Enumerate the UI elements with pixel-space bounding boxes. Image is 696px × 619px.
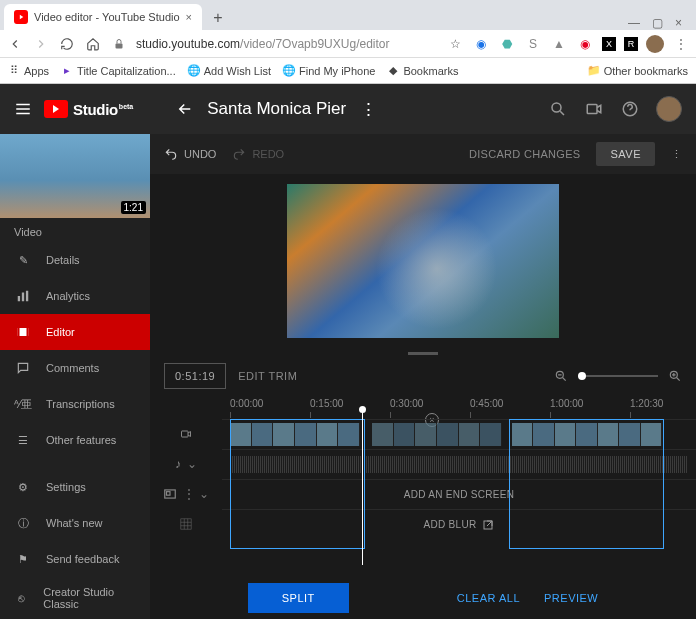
- playhead[interactable]: [362, 409, 363, 565]
- ruler-tick: 1:20:30: [630, 398, 663, 409]
- back-arrow-button[interactable]: [175, 99, 195, 119]
- new-tab-button[interactable]: +: [206, 6, 230, 30]
- split-button[interactable]: SPLIT: [248, 583, 349, 613]
- title-menu-button[interactable]: ⋮: [358, 99, 378, 119]
- film-icon: [14, 323, 32, 341]
- ext-icon[interactable]: ▲: [550, 35, 568, 53]
- close-tab-icon[interactable]: ×: [186, 11, 192, 23]
- redo-button[interactable]: REDO: [232, 147, 284, 161]
- svg-rect-7: [26, 291, 28, 302]
- help-button[interactable]: [620, 99, 640, 119]
- sidebar-item-editor[interactable]: Editor: [0, 314, 150, 350]
- bookmark-item[interactable]: 🌐Find My iPhone: [283, 65, 375, 77]
- video-preview[interactable]: [150, 174, 696, 348]
- sidebar-footer: ⚙Settings ⓘWhat's new ⚑Send feedback ⎋Cr…: [0, 469, 150, 619]
- preview-frame: [287, 184, 559, 338]
- video-track[interactable]: [222, 419, 696, 449]
- search-button[interactable]: [548, 99, 568, 119]
- bookmark-item[interactable]: ◆Bookmarks: [387, 65, 458, 77]
- blur-track[interactable]: ADD BLUR: [222, 509, 696, 539]
- undo-button[interactable]: UNDO: [164, 147, 216, 161]
- apps-button[interactable]: ⠿Apps: [8, 65, 49, 77]
- profile-avatar[interactable]: [646, 35, 664, 53]
- page-title-group: Santa Monica Pier ⋮: [175, 99, 378, 119]
- back-button[interactable]: [6, 35, 24, 53]
- video-clip[interactable]: [512, 423, 662, 446]
- create-button[interactable]: [584, 99, 604, 119]
- discard-button[interactable]: DISCARD CHANGES: [469, 148, 580, 160]
- toolbar-menu-button[interactable]: ⋮: [671, 148, 682, 161]
- menu-button[interactable]: [14, 100, 32, 118]
- sidebar-item-settings[interactable]: ⚙Settings: [0, 469, 150, 505]
- ruler-tick: 0:30:00: [390, 398, 423, 409]
- svg-rect-13: [182, 431, 189, 437]
- preview-button[interactable]: PREVIEW: [544, 592, 598, 604]
- clear-all-button[interactable]: CLEAR ALL: [457, 592, 520, 604]
- ruler-tick: 1:00:00: [550, 398, 583, 409]
- app-body: 1:21 Video ✎Details Analytics Editor Com…: [0, 134, 696, 619]
- tracks-area[interactable]: 0:00:00 0:15:00 0:30:00 0:45:00 1:00:00 …: [222, 393, 696, 577]
- ext-icon[interactable]: ⬣: [498, 35, 516, 53]
- endscreen-track[interactable]: ADD AN END SCREEN: [222, 479, 696, 509]
- feedback-icon: ⚑: [14, 550, 32, 568]
- ext-icon[interactable]: R: [624, 37, 638, 51]
- analytics-icon: [14, 287, 32, 305]
- video-clip[interactable]: [230, 423, 360, 446]
- add-blur-button[interactable]: ADD BLUR: [222, 510, 696, 539]
- svg-rect-5: [18, 296, 20, 301]
- zoom-in-button[interactable]: [668, 369, 682, 383]
- time-ruler[interactable]: 0:00:00 0:15:00 0:30:00 0:45:00 1:00:00 …: [222, 393, 696, 419]
- ext-icon[interactable]: S: [524, 35, 542, 53]
- reload-button[interactable]: [58, 35, 76, 53]
- resize-handle[interactable]: [408, 352, 438, 355]
- browser-tab[interactable]: Video editor - YouTube Studio ×: [4, 4, 202, 30]
- other-bookmarks[interactable]: 📁Other bookmarks: [588, 65, 688, 77]
- minimize-button[interactable]: —: [628, 16, 640, 30]
- video-clip[interactable]: [372, 423, 502, 446]
- ruler-tick: 0:00:00: [230, 398, 263, 409]
- bookmark-item[interactable]: ▸Title Capitalization...: [61, 65, 176, 77]
- comment-icon: [14, 359, 32, 377]
- ext-icon[interactable]: ◉: [472, 35, 490, 53]
- star-button[interactable]: ☆: [446, 35, 464, 53]
- audio-track[interactable]: [222, 449, 696, 479]
- audio-track-label[interactable]: ♪⌄: [150, 449, 222, 479]
- maximize-button[interactable]: ▢: [652, 16, 663, 30]
- add-end-screen-button[interactable]: ADD AN END SCREEN: [222, 480, 696, 509]
- gear-icon: ⚙: [14, 478, 32, 496]
- close-window-button[interactable]: ×: [675, 16, 682, 30]
- zoom-slider[interactable]: [578, 375, 658, 377]
- sidebar-nav: ✎Details Analytics Editor Comments ᴬ⁄亜Tr…: [0, 242, 150, 458]
- sidebar-item-transcriptions[interactable]: ᴬ⁄亜Transcriptions: [0, 386, 150, 422]
- ext-icon[interactable]: ◉: [576, 35, 594, 53]
- sidebar-item-comments[interactable]: Comments: [0, 350, 150, 386]
- video-thumbnail[interactable]: 1:21: [0, 134, 150, 218]
- chevron-down-icon: ⌄: [199, 487, 209, 501]
- save-button[interactable]: SAVE: [596, 142, 655, 166]
- sidebar-item-analytics[interactable]: Analytics: [0, 278, 150, 314]
- sidebar-item-feedback[interactable]: ⚑Send feedback: [0, 541, 150, 577]
- endscreen-icon: [163, 487, 177, 501]
- timecode-display[interactable]: 0:51:19: [164, 363, 226, 389]
- account-avatar[interactable]: [656, 96, 682, 122]
- sidebar-item-other[interactable]: ☰Other features: [0, 422, 150, 458]
- url-text[interactable]: studio.youtube.com/video/7Ovapb9UXUg/edi…: [136, 37, 438, 51]
- endscreen-track-label[interactable]: ⋮⌄: [150, 479, 222, 509]
- edit-trim-button[interactable]: EDIT TRIM: [238, 370, 297, 382]
- sidebar-item-details[interactable]: ✎Details: [0, 242, 150, 278]
- pencil-icon: ✎: [14, 251, 32, 269]
- svg-rect-10: [27, 328, 29, 336]
- zoom-out-button[interactable]: [554, 369, 568, 383]
- sidebar-item-whatsnew[interactable]: ⓘWhat's new: [0, 505, 150, 541]
- bookmark-item[interactable]: 🌐Add Wish List: [188, 65, 271, 77]
- sidebar-item-classic[interactable]: ⎋Creator Studio Classic: [0, 577, 150, 619]
- svg-rect-15: [167, 492, 171, 496]
- svg-point-2: [552, 103, 561, 112]
- home-button[interactable]: [84, 35, 102, 53]
- bottom-action-bar: SPLIT CLEAR ALL PREVIEW: [150, 577, 696, 619]
- svg-rect-6: [22, 293, 24, 302]
- youtube-studio-logo[interactable]: Studio beta: [44, 100, 133, 118]
- ext-icon[interactable]: X: [602, 37, 616, 51]
- forward-button[interactable]: [32, 35, 50, 53]
- browser-menu[interactable]: ⋮: [672, 35, 690, 53]
